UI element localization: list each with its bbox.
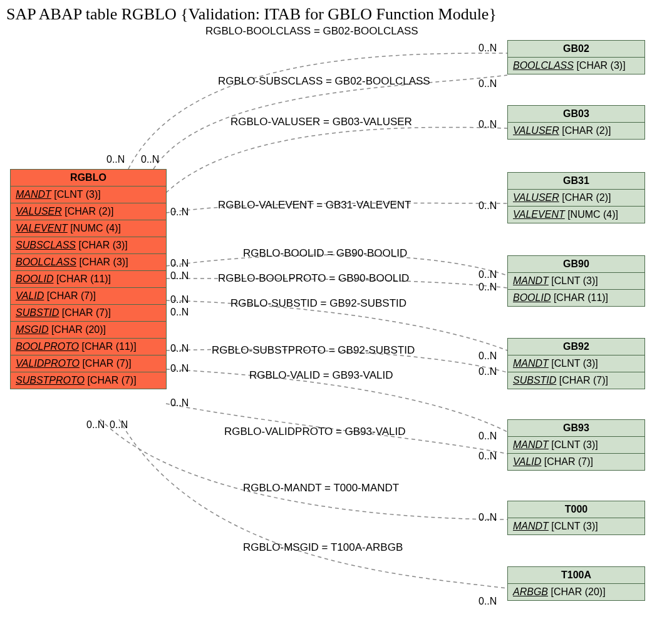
field-boolid: BOOLID [CHAR (11)]: [11, 271, 167, 288]
card-l-0: 0..N: [106, 154, 125, 165]
card-l-6b: 0..N: [170, 307, 189, 318]
field-substid: SUBSTID [CHAR (7)]: [11, 305, 167, 322]
field-mandt: MANDT [CLNT (3)]: [11, 187, 167, 203]
card-l-3: 0..N: [170, 207, 189, 218]
field-msgid: MSGID [CHAR (20)]: [11, 322, 167, 339]
card-l-5: 0..N: [170, 270, 189, 282]
field-valuser: VALUSER [CHAR (2)]: [11, 203, 167, 220]
page-title: SAP ABAP table RGBLO {Validation: ITAB f…: [6, 5, 497, 24]
card-r-10: 0..N: [479, 512, 497, 523]
table-gb03: GB03 VALUSER [CHAR (2)]: [507, 105, 645, 140]
rel-boolclass-gb02: RGBLO-BOOLCLASS = GB02-BOOLCLASS: [205, 25, 418, 38]
field-gb90-boolid: BOOLID [CHAR (11)]: [508, 290, 645, 307]
field-gb93-mandt: MANDT [CLNT (3)]: [508, 437, 645, 454]
table-header-gb90: GB90: [508, 256, 645, 273]
card-l-1: 0..N: [141, 154, 159, 165]
field-gb93-valid: VALID [CHAR (7)]: [508, 454, 645, 471]
field-validproto: VALIDPROTO [CHAR (7)]: [11, 355, 167, 372]
table-header-gb02: GB02: [508, 41, 645, 58]
card-r-7: 0..N: [479, 366, 497, 377]
field-gb90-mandt: MANDT [CLNT (3)]: [508, 273, 645, 290]
card-r-3: 0..N: [479, 200, 497, 212]
table-gb90: GB90 MANDT [CLNT (3)] BOOLID [CHAR (11)]: [507, 255, 645, 307]
field-gb31-valuser: VALUSER [CHAR (2)]: [508, 190, 645, 207]
field-gb92-mandt: MANDT [CLNT (3)]: [508, 355, 645, 372]
rel-substid-gb92: RGBLO-SUBSTID = GB92-SUBSTID: [230, 297, 406, 310]
field-t000-mandt: MANDT [CLNT (3)]: [508, 518, 645, 535]
card-l-10: 0..N: [86, 419, 105, 431]
card-r-0: 0..N: [479, 43, 497, 54]
field-boolclass: BOOLCLASS [CHAR (3)]: [11, 254, 167, 271]
rel-boolid-gb90: RGBLO-BOOLID = GB90-BOOLID: [243, 247, 407, 260]
rel-valevent-gb31: RGBLO-VALEVENT = GB31-VALEVENT: [218, 199, 411, 212]
table-rgblo: RGBLO MANDT [CLNT (3)] VALUSER [CHAR (2)…: [10, 169, 167, 389]
card-r-11: 0..N: [479, 596, 497, 607]
field-t100a-arbgb: ARBGB [CHAR (20)]: [508, 584, 645, 601]
field-valid: VALID [CHAR (7)]: [11, 288, 167, 305]
table-gb02: GB02 BOOLCLASS [CHAR (3)]: [507, 40, 645, 74]
field-gb92-substid: SUBSTID [CHAR (7)]: [508, 372, 645, 389]
card-l-4: 0..N: [170, 258, 189, 269]
field-valevent: VALEVENT [NUMC (4)]: [11, 220, 167, 237]
table-header-gb03: GB03: [508, 106, 645, 123]
card-l-8: 0..N: [170, 363, 189, 374]
rel-boolproto-gb90: RGBLO-BOOLPROTO = GB90-BOOLID: [218, 272, 409, 285]
table-gb31: GB31 VALUSER [CHAR (2)] VALEVENT [NUMC (…: [507, 172, 645, 223]
card-r-9: 0..N: [479, 451, 497, 462]
table-t100a: T100A ARBGB [CHAR (20)]: [507, 566, 645, 601]
field-boolproto: BOOLPROTO [CHAR (11)]: [11, 339, 167, 355]
table-header-gb92: GB92: [508, 339, 645, 355]
rel-mandt-t000: RGBLO-MANDT = T000-MANDT: [243, 482, 399, 494]
card-r-5: 0..N: [479, 282, 497, 293]
card-r-6: 0..N: [479, 350, 497, 362]
table-t000: T000 MANDT [CLNT (3)]: [507, 501, 645, 535]
table-header-gb31: GB31: [508, 173, 645, 190]
table-header-rgblo: RGBLO: [11, 170, 167, 187]
card-r-8: 0..N: [479, 431, 497, 442]
rel-valuser-gb03: RGBLO-VALUSER = GB03-VALUSER: [230, 116, 412, 128]
rel-substproto-gb92: RGBLO-SUBSTPROTO = GB92-SUBSTID: [212, 344, 415, 357]
card-l-7: 0..N: [170, 343, 189, 354]
rel-validproto-gb93: RGBLO-VALIDPROTO = GB93-VALID: [224, 426, 406, 438]
table-gb92: GB92 MANDT [CLNT (3)] SUBSTID [CHAR (7)]: [507, 338, 645, 389]
field-substproto: SUBSTPROTO [CHAR (7)]: [11, 372, 167, 389]
field-subsclass: SUBSCLASS [CHAR (3)]: [11, 237, 167, 254]
field-gb31-valevent: VALEVENT [NUMC (4)]: [508, 207, 645, 223]
rel-valid-gb93: RGBLO-VALID = GB93-VALID: [249, 369, 393, 382]
card-l-9: 0..N: [170, 397, 189, 409]
card-r-2: 0..N: [479, 119, 497, 130]
table-gb93: GB93 MANDT [CLNT (3)] VALID [CHAR (7)]: [507, 419, 645, 471]
card-l-11: 0..N: [110, 419, 128, 431]
field-gb02-boolclass: BOOLCLASS [CHAR (3)]: [508, 58, 645, 74]
table-header-t100a: T100A: [508, 567, 645, 584]
card-r-4: 0..N: [479, 269, 497, 280]
rel-subsclass-gb02: RGBLO-SUBSCLASS = GB02-BOOLCLASS: [218, 75, 430, 88]
card-l-6: 0..N: [170, 294, 189, 305]
table-header-t000: T000: [508, 501, 645, 518]
card-r-1: 0..N: [479, 78, 497, 89]
field-gb03-valuser: VALUSER [CHAR (2)]: [508, 123, 645, 140]
table-header-gb93: GB93: [508, 420, 645, 437]
rel-msgid-t100a: RGBLO-MSGID = T100A-ARBGB: [243, 541, 403, 554]
